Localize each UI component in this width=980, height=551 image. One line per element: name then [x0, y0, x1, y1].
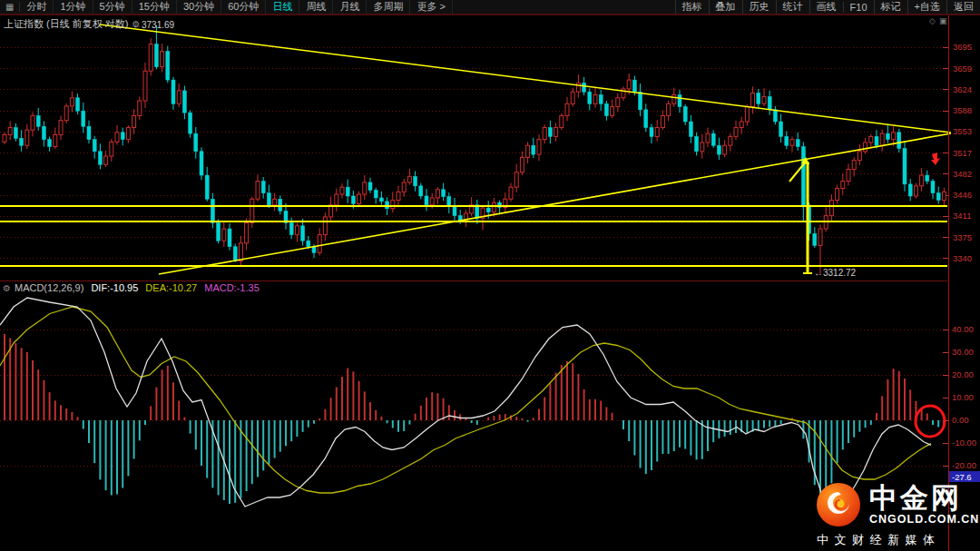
- toolbar-item-history[interactable]: 历史: [742, 0, 776, 14]
- toolbar-item-daily[interactable]: 日线: [266, 0, 299, 14]
- toolbar-item-stats[interactable]: 统计: [776, 0, 809, 14]
- low-price-label: ←3312.72: [814, 268, 857, 278]
- macd-histogram: [5, 334, 944, 507]
- toolbar-right: 指标叠加历史统计画线F10标记+自选返回: [675, 0, 980, 14]
- macd-tick-label: 20.00: [952, 369, 974, 379]
- toolbar-item-f10[interactable]: F10: [843, 2, 874, 13]
- toolbar-item-more[interactable]: 更多 >: [410, 0, 452, 14]
- macd-tick-label: 30.00: [952, 347, 974, 357]
- toolbar-item-1min[interactable]: 1分钟: [54, 0, 93, 14]
- symbol-title: 上证指数 (日线 前复权 对数): [4, 18, 129, 29]
- macd-tick-label: 0.00: [952, 415, 969, 425]
- toolbar-item-overlay[interactable]: 叠加: [709, 0, 742, 14]
- gear-icon[interactable]: ⚙: [132, 19, 141, 29]
- watermark: 中金网 CNGOLD.COM.CN 中文财经新媒体: [815, 481, 980, 548]
- svg-text:-27.6: -27.6: [952, 472, 972, 482]
- cngold-logo-icon: [815, 481, 862, 528]
- macd-indicator-label: MACD(12,26,9): [15, 282, 83, 293]
- chart-title-row: 上证指数 (日线 前复权 对数)⚙: [4, 17, 140, 31]
- chart-canvas[interactable]: 3695365936243588355335173482344634113375…: [0, 0, 980, 551]
- red-circle-annotation[interactable]: [916, 406, 945, 437]
- macd-dif-value: DIF:-10.95: [91, 282, 138, 293]
- toolbar-item-time-sharing[interactable]: 分时: [20, 0, 54, 14]
- toolbar-item-draw-line[interactable]: 画线: [809, 0, 843, 14]
- price-tick-label: 3375: [953, 232, 972, 242]
- toolbar-item-add-watchlist[interactable]: +自选: [907, 0, 946, 14]
- dea-line: [0, 307, 931, 493]
- down-arrow-marker[interactable]: [931, 153, 940, 165]
- macd-tick-label: -10.00: [952, 438, 976, 448]
- app-window: { "toolbar": { "active": "日线", "left_ite…: [0, 0, 980, 551]
- macd-gridlines: 40.0030.0020.0010.000.00-10.00-20.00: [0, 324, 976, 470]
- price-tick-label: 3340: [953, 253, 972, 263]
- candles-layer: [3, 25, 946, 275]
- toolbar-item-indicator[interactable]: 指标: [675, 0, 709, 14]
- price-tick-label: 3553: [953, 126, 972, 136]
- macd-tick-label: 40.00: [952, 324, 974, 334]
- price-tick-label: 3446: [953, 190, 972, 200]
- toolbar-item-60min[interactable]: 60分钟: [221, 0, 266, 14]
- watermark-domain: CNGOLD.COM.CN: [869, 513, 979, 526]
- price-tick-label: 3659: [953, 64, 972, 74]
- toolbar-item-monthly[interactable]: 月线: [333, 0, 367, 14]
- macd-label-row: ⚙MACD(12,26,9)DIF:-10.95DEA:-10.27MACD:-…: [3, 282, 260, 293]
- toolbar-item-15min[interactable]: 15分钟: [132, 0, 177, 14]
- macd-dea-value: DEA:-10.27: [145, 282, 197, 293]
- toolbar-item-back[interactable]: 返回: [946, 0, 980, 14]
- drawn-annotations[interactable]: [0, 25, 951, 274]
- macd-gear-icon[interactable]: ⚙: [3, 283, 11, 293]
- macd-tick-label: -20.00: [952, 460, 976, 470]
- price-tick-label: 3588: [953, 105, 972, 115]
- price-tick-label: 3624: [953, 84, 972, 94]
- macd-macd-value: MACD:-1.35: [204, 282, 260, 293]
- descending-trendline: [100, 25, 951, 133]
- panel-corner-icons: ◇ ▣: [929, 16, 946, 25]
- watermark-tagline: 中文财经新媒体: [817, 532, 980, 548]
- macd-tick-label: 10.00: [952, 392, 974, 402]
- price-tick-label: 3482: [953, 169, 972, 179]
- diamond-icon[interactable]: ◇: [929, 16, 936, 25]
- toolbar: ▦ 分时1分钟5分钟15分钟30分钟60分钟日线周线月线多周期更多 > 指标叠加…: [0, 0, 980, 15]
- toolbar-item-5min[interactable]: 5分钟: [93, 0, 132, 14]
- watermark-site-name: 中金网: [869, 485, 979, 512]
- toolbar-item-multi-period[interactable]: 多周期: [367, 0, 410, 14]
- toolbar-item-30min[interactable]: 30分钟: [177, 0, 221, 14]
- toolbar-item-weekly[interactable]: 周线: [299, 0, 333, 14]
- toolbar-item-mark[interactable]: 标记: [874, 0, 907, 14]
- layout-icon[interactable]: ▦: [0, 2, 20, 12]
- toolbar-left: 分时1分钟5分钟15分钟30分钟60分钟日线周线月线多周期更多 >: [20, 0, 452, 14]
- price-tick-label: 3517: [953, 148, 972, 158]
- panel-icon[interactable]: ▣: [939, 16, 947, 25]
- price-tick-label: 3695: [953, 42, 972, 52]
- price-tick-label: 3411: [953, 211, 971, 221]
